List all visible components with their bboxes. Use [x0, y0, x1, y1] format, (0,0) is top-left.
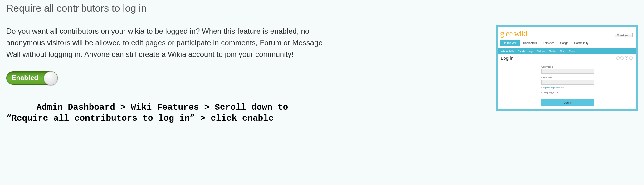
- social-icon: ✦: [620, 56, 624, 60]
- preview-login-title-text: Log in: [501, 55, 514, 61]
- preview-subnav-item: Forum: [569, 50, 576, 52]
- preview-social-icons: f ✦ 8 t: [616, 56, 633, 60]
- preview-password-label: Password: [541, 76, 594, 79]
- feature-title: Require all contributors to log in: [6, 2, 638, 14]
- preview-username-label: Username: [541, 65, 594, 68]
- preview-subnav-item: Wiki Activity: [501, 50, 514, 52]
- preview-contribute-button: Contribute: [615, 33, 633, 38]
- preview-username-field: [541, 69, 594, 74]
- enable-toggle[interactable]: Enabled: [6, 71, 58, 85]
- preview-image: glee wiki Contribute On the Wiki Charact…: [496, 25, 638, 111]
- preview-logo: glee wiki: [500, 29, 633, 38]
- preview-tab: Episodes: [540, 40, 557, 46]
- social-icon: f: [616, 56, 620, 60]
- preview-subnav-item: Photos: [549, 50, 556, 52]
- preview-login-button: Log in: [541, 99, 594, 106]
- preview-tab: Community: [572, 40, 591, 46]
- preview-forgot-link: Forgot your password?: [541, 87, 594, 89]
- preview-tab: Characters: [521, 40, 539, 46]
- help-path: Admin Dashboard > Wiki Features > Scroll…: [6, 102, 318, 124]
- toggle-knob: [44, 71, 58, 85]
- preview-tab: On the Wiki: [500, 40, 520, 46]
- preview-stay-label: Stay logged in: [544, 91, 558, 93]
- preview-tab: Songs: [558, 40, 571, 46]
- social-icon: t: [629, 56, 633, 60]
- help-line-1: Admin Dashboard > Wiki Features > Scroll…: [6, 102, 318, 113]
- preview-subnav-item: Random page: [518, 50, 533, 52]
- preview-password-field: [541, 80, 594, 85]
- preview-stay-checkbox: ☐ Stay logged in: [541, 91, 594, 94]
- preview-login-title: Log in f ✦ 8 t: [501, 55, 633, 62]
- feature-description: Do you want all contributors on your wik…: [6, 25, 328, 60]
- social-icon: 8: [625, 56, 628, 60]
- preview-subnav-item: Videos: [537, 50, 545, 52]
- toggle-label: Enabled: [7, 74, 38, 82]
- help-line-2: “Require all contributors to log in” > c…: [6, 113, 318, 124]
- preview-subnav-item: Chat: [560, 50, 565, 52]
